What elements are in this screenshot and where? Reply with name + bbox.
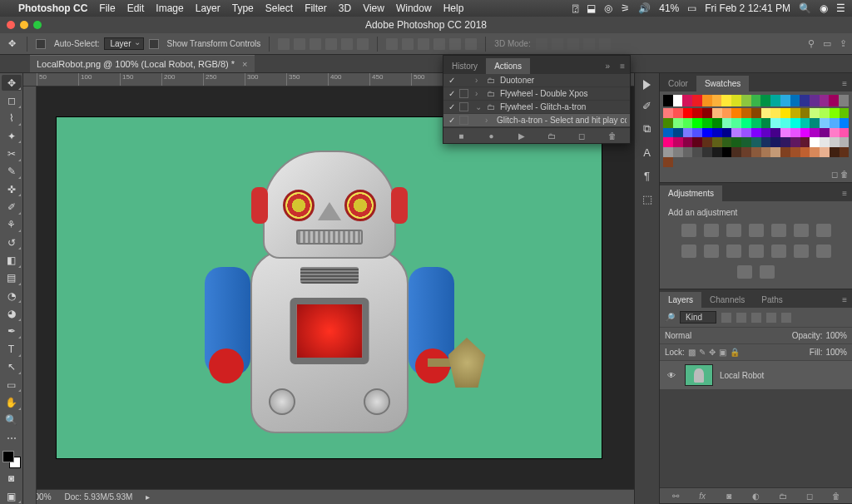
swatch[interactable] (790, 95, 800, 106)
lock-artboard-icon[interactable]: ▣ (719, 348, 726, 357)
swatch[interactable] (683, 147, 693, 157)
swatch[interactable] (722, 137, 732, 147)
volume-icon[interactable]: 🔊 (638, 2, 651, 14)
swatch[interactable] (692, 137, 702, 147)
align-left-icon[interactable] (325, 38, 337, 50)
swatch[interactable] (760, 95, 770, 106)
menu-edit[interactable]: Edit (127, 2, 145, 14)
tab-paths[interactable]: Paths (753, 292, 791, 308)
swatch[interactable] (712, 108, 722, 118)
action-toggle-checkbox[interactable]: ✓ (447, 76, 456, 85)
swatch[interactable] (673, 108, 683, 118)
delete-action-icon[interactable]: 🗑 (607, 131, 618, 141)
action-dialog-toggle[interactable] (459, 102, 468, 111)
align-bottom-icon[interactable] (310, 38, 321, 50)
swatch[interactable] (663, 157, 673, 167)
brushes-panel-icon[interactable]: ✐ (640, 98, 655, 113)
brightness-adjustment-icon[interactable] (681, 224, 696, 237)
curves-adjustment-icon[interactable] (726, 224, 741, 237)
tab-adjustments[interactable]: Adjustments (660, 185, 722, 201)
record-action-icon[interactable]: ● (485, 131, 497, 141)
gradient-tool[interactable]: ▤ (2, 270, 22, 286)
expand-arrow-icon[interactable]: ⌄ (475, 102, 483, 111)
status-arrow-icon[interactable]: ▸ (146, 492, 150, 502)
battery-status[interactable]: 41% (659, 2, 679, 14)
swatch[interactable] (702, 108, 712, 118)
exposure-adjustment-icon[interactable] (749, 224, 764, 237)
posterize-adjustment-icon[interactable] (794, 245, 809, 258)
foreground-color-swatch[interactable] (2, 451, 14, 462)
selective-color-adjustment-icon[interactable] (760, 265, 775, 279)
filter-kind-icon[interactable]: 🔎 (665, 313, 675, 322)
auto-select-checkbox[interactable] (36, 39, 46, 49)
swatch[interactable] (712, 128, 722, 138)
fill-value[interactable]: 100% (825, 348, 847, 357)
new-layer-icon[interactable]: ◻ (804, 491, 815, 501)
swatch[interactable] (692, 118, 702, 128)
swatch[interactable] (751, 128, 761, 138)
swatch[interactable] (731, 147, 741, 157)
brush-tool[interactable]: ✐ (2, 199, 22, 215)
filter-shape-icon[interactable] (766, 313, 776, 323)
new-action-icon[interactable]: ◻ (576, 131, 587, 141)
swatch[interactable] (741, 147, 751, 157)
document-canvas[interactable] (57, 117, 602, 458)
swatch[interactable] (751, 147, 761, 157)
swatch[interactable] (810, 128, 820, 138)
action-toggle-checkbox[interactable]: ✓ (447, 116, 456, 125)
swatch[interactable] (663, 108, 673, 118)
swatch[interactable] (830, 128, 840, 138)
swatch[interactable] (800, 108, 810, 118)
swatch[interactable] (673, 147, 683, 157)
align-hcenter-icon[interactable] (341, 38, 353, 50)
swatch[interactable] (829, 95, 839, 106)
play-action-icon[interactable] (643, 80, 651, 90)
swatch[interactable] (800, 95, 810, 106)
swatch[interactable] (702, 137, 712, 147)
swatch[interactable] (830, 118, 840, 128)
swatch[interactable] (830, 137, 840, 147)
tab-history[interactable]: History (443, 58, 486, 74)
swatch[interactable] (810, 118, 820, 128)
distribute-vcenter-icon[interactable] (402, 38, 414, 50)
foreground-background-colors[interactable] (2, 451, 21, 468)
blend-mode-dropdown[interactable]: Normal (665, 331, 789, 340)
menu-select[interactable]: Select (265, 2, 293, 14)
clock[interactable]: Fri Feb 2 12:41 PM (705, 2, 790, 14)
layer-thumbnail[interactable] (685, 364, 713, 386)
swatch[interactable] (770, 147, 780, 157)
edit-toolbar-icon[interactable]: ⋯ (2, 430, 22, 446)
swatch[interactable] (770, 137, 780, 147)
swatch[interactable] (663, 147, 673, 157)
tab-layers[interactable]: Layers (660, 292, 701, 308)
align-vcenter-icon[interactable] (294, 38, 305, 50)
swatch[interactable] (810, 137, 820, 147)
doc-size-status[interactable]: Doc: 5.93M/5.93M (65, 492, 133, 502)
swatch[interactable] (820, 147, 830, 157)
3d-panel-icon[interactable]: ⬚ (640, 191, 655, 206)
minimize-window-button[interactable] (20, 21, 28, 29)
swatch[interactable] (702, 147, 712, 157)
swatch[interactable] (722, 118, 732, 128)
swatch[interactable] (673, 128, 683, 138)
lasso-tool[interactable]: ⌇ (2, 111, 22, 126)
swatch[interactable] (663, 137, 673, 147)
blur-tool[interactable]: ◔ (2, 288, 22, 304)
swatch[interactable] (810, 147, 820, 157)
eyedropper-tool[interactable]: ✎ (2, 164, 22, 180)
swatch[interactable] (741, 128, 751, 138)
spotlight-icon[interactable]: 🔍 (799, 2, 811, 14)
swatch[interactable] (800, 118, 810, 128)
history-brush-tool[interactable]: ↺ (2, 235, 22, 250)
action-dialog-toggle[interactable] (459, 116, 468, 125)
expand-arrow-icon[interactable]: › (475, 89, 483, 98)
app-menu[interactable]: Photoshop CC (18, 2, 87, 14)
close-window-button[interactable] (7, 21, 15, 29)
new-group-icon[interactable]: 🗀 (777, 491, 789, 501)
filter-kind-dropdown[interactable]: Kind (680, 311, 716, 324)
swatch[interactable] (722, 147, 732, 157)
tab-actions[interactable]: Actions (486, 58, 530, 74)
swatch[interactable] (722, 128, 732, 138)
swatch[interactable] (683, 137, 693, 147)
stop-action-icon[interactable]: ■ (455, 131, 467, 141)
